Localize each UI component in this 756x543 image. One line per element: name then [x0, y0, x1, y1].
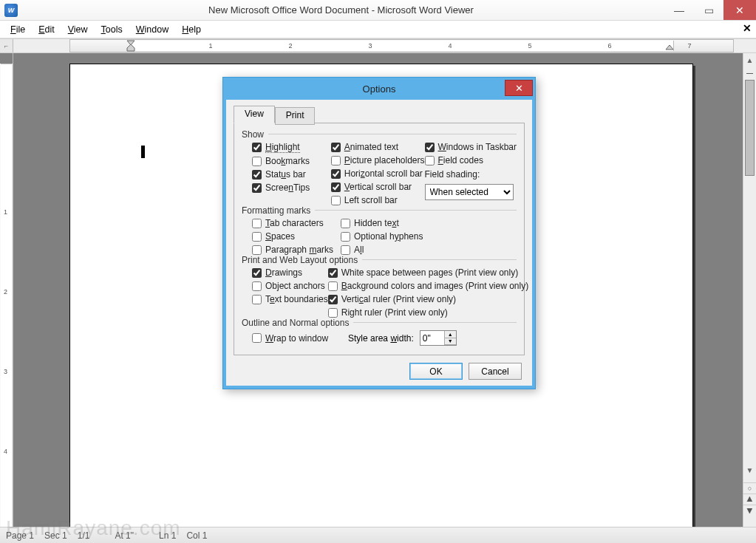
- vruler-mark-2: 2: [4, 288, 7, 296]
- chk-tab[interactable]: Tab characters: [252, 218, 341, 228]
- chk-anchors[interactable]: Object anchors: [252, 281, 328, 291]
- chk-vscroll[interactable]: Vertical scroll bar: [331, 182, 425, 192]
- chk-taskbar[interactable]: Windows in Taskbar: [425, 142, 517, 152]
- scroll-thumb[interactable]: [745, 80, 755, 176]
- window-title: New Microsoft Office Word Document - Mic…: [18, 4, 664, 16]
- menubar: File Edit View Tools Window Help ✕: [0, 21, 756, 38]
- cancel-button[interactable]: Cancel: [469, 363, 522, 380]
- input-style-area[interactable]: [420, 331, 444, 345]
- chk-bookmarks[interactable]: Bookmarks: [252, 156, 331, 166]
- label-style-area: Style area width:: [348, 333, 414, 344]
- chk-background[interactable]: Background colors and images (Print view…: [328, 281, 528, 291]
- select-field-shading[interactable]: When selected: [425, 184, 514, 200]
- app-icon: W: [4, 4, 18, 17]
- status-ln: Ln 1: [159, 530, 176, 541]
- tab-print[interactable]: Print: [275, 107, 316, 125]
- group-formatting: Formatting marks Tab characters Spaces P…: [242, 210, 517, 255]
- minimize-button[interactable]: —: [664, 0, 694, 20]
- group-show: Show Highlight Bookmarks Status bar Scre…: [242, 134, 517, 205]
- spinner-up-icon[interactable]: ▲: [445, 331, 456, 338]
- horizontal-ruler[interactable]: 1 2 3 4 5 6 7: [69, 39, 734, 52]
- tab-view[interactable]: View: [234, 106, 275, 123]
- menu-view[interactable]: View: [62, 22, 94, 37]
- dialog-titlebar[interactable]: Options ✕: [223, 78, 535, 100]
- chk-hscroll[interactable]: Horizontal scroll bar: [331, 168, 425, 179]
- ok-button[interactable]: OK: [409, 363, 463, 380]
- right-indent-icon[interactable]: [665, 44, 674, 50]
- options-dialog: Options ✕ View Print Show Highlight Book…: [222, 77, 536, 389]
- ruler-mark-2: 2: [288, 42, 292, 49]
- next-page-icon[interactable]: ⯆: [743, 505, 756, 516]
- document-close-icon[interactable]: ✕: [741, 22, 753, 34]
- close-button[interactable]: ✕: [723, 0, 756, 20]
- ruler-mark-4: 4: [448, 42, 452, 49]
- status-col: Col 1: [186, 530, 207, 541]
- chk-whitespace[interactable]: White space between pages (Print view on…: [328, 267, 528, 278]
- chk-animated[interactable]: Animated text: [331, 142, 425, 152]
- chk-all[interactable]: All: [341, 245, 423, 255]
- vruler-mark-3: 3: [4, 368, 7, 375]
- maximize-button[interactable]: ▭: [694, 0, 723, 20]
- chk-rightruler[interactable]: Right ruler (Print view only): [328, 307, 528, 318]
- chk-screentips[interactable]: ScreenTips: [252, 182, 331, 193]
- group-printweb-label: Print and Web Layout options: [242, 255, 362, 265]
- menu-file[interactable]: File: [4, 22, 31, 37]
- dialog-title: Options: [363, 83, 396, 95]
- spinner-down-icon[interactable]: ▼: [445, 338, 456, 346]
- hanging-indent-icon[interactable]: [126, 44, 135, 52]
- ruler-corner[interactable]: ⌐: [0, 39, 13, 52]
- chk-paragraph[interactable]: Paragraph marks: [252, 245, 341, 255]
- chk-vruler[interactable]: Vertical ruler (Print view only): [328, 294, 528, 304]
- scroll-split-icon[interactable]: —: [743, 66, 756, 80]
- chk-leftscroll[interactable]: Left scroll bar: [331, 195, 425, 205]
- chk-wrap[interactable]: Wrap to window: [252, 333, 348, 344]
- ruler-mark-7: 7: [687, 42, 691, 49]
- group-show-label: Show: [242, 129, 268, 140]
- status-sec: Sec 1: [44, 530, 67, 541]
- label-field-shading: Field shading:: [425, 169, 480, 180]
- svg-marker-1: [127, 44, 134, 51]
- vruler-mark-4: 4: [4, 448, 7, 455]
- menu-edit[interactable]: Edit: [33, 22, 61, 37]
- spinner-style-area[interactable]: ▲ ▼: [420, 330, 457, 346]
- vertical-ruler[interactable]: 1 2 3 4: [0, 53, 13, 527]
- group-formatting-label: Formatting marks: [242, 205, 315, 216]
- chk-picture[interactable]: Picture placeholders: [331, 155, 425, 165]
- menu-window[interactable]: Window: [130, 22, 174, 37]
- status-page: Page 1: [6, 530, 34, 541]
- vruler-mark-1: 1: [4, 208, 7, 216]
- dialog-close-button[interactable]: ✕: [505, 80, 533, 96]
- scroll-down-icon[interactable]: ▼: [743, 463, 756, 477]
- ruler-mark-6: 6: [607, 42, 611, 49]
- chk-statusbar[interactable]: Status bar: [252, 169, 331, 180]
- prev-page-icon[interactable]: ⯅: [743, 494, 756, 505]
- vertical-scrollbar[interactable]: ▲ — ▼ ○ ⯅ ⯆: [743, 53, 756, 527]
- statusbar: Page 1 Sec 1 1/1 At 1" Ln 1 Col 1: [0, 527, 756, 543]
- chk-boundaries[interactable]: Text boundaries: [252, 294, 328, 304]
- ruler-mark-1: 1: [208, 42, 212, 49]
- window-controls: — ▭ ✕: [664, 0, 756, 20]
- status-count: 1/1: [78, 530, 90, 541]
- titlebar: W New Microsoft Office Word Document - M…: [0, 0, 756, 21]
- ruler-mark-5: 5: [528, 42, 531, 49]
- group-outline-label: Outline and Normal options: [242, 318, 353, 328]
- horizontal-ruler-row: ⌐ 1 2 3 4 5 6 7: [0, 38, 756, 53]
- chk-spaces[interactable]: Spaces: [252, 231, 341, 242]
- chk-highlight[interactable]: Highlight: [252, 142, 331, 153]
- scroll-up-icon[interactable]: ▲: [743, 53, 756, 66]
- ruler-mark-3: 3: [368, 42, 372, 49]
- text-cursor: [141, 146, 145, 158]
- group-outline: Outline and Normal options Wrap to windo…: [242, 322, 517, 346]
- svg-marker-2: [666, 45, 673, 49]
- status-at: At 1": [115, 530, 134, 541]
- chk-fieldcodes[interactable]: Field codes: [425, 155, 517, 165]
- chk-hyphens[interactable]: Optional hyphens: [341, 231, 423, 242]
- menu-tools[interactable]: Tools: [95, 22, 129, 37]
- browse-object-icon[interactable]: ○: [743, 482, 756, 494]
- group-printweb: Print and Web Layout options Drawings Ob…: [242, 259, 517, 318]
- chk-hidden[interactable]: Hidden text: [341, 218, 423, 228]
- menu-help[interactable]: Help: [176, 22, 207, 37]
- chk-drawings[interactable]: Drawings: [252, 267, 328, 278]
